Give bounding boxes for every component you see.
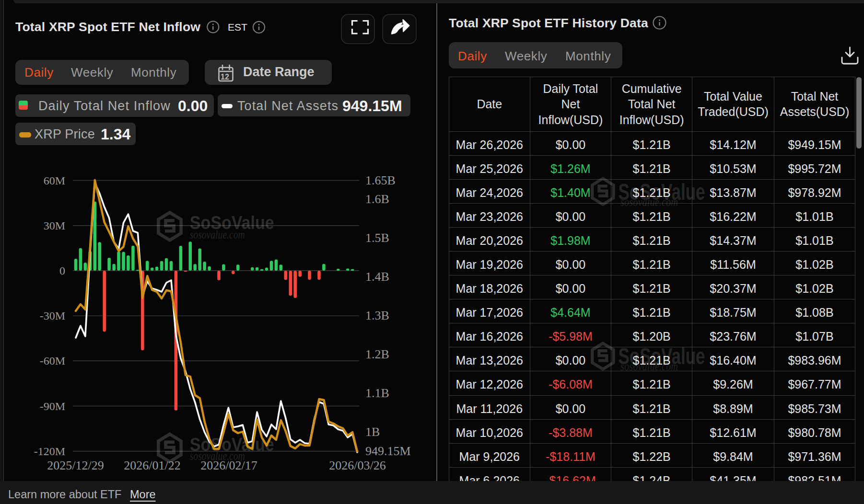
svg-text:sosovalue.com: sosovalue.com [620,359,678,373]
svg-text:12: 12 [221,73,229,81]
svg-text:sosovalue.com: sosovalue.com [620,195,678,209]
